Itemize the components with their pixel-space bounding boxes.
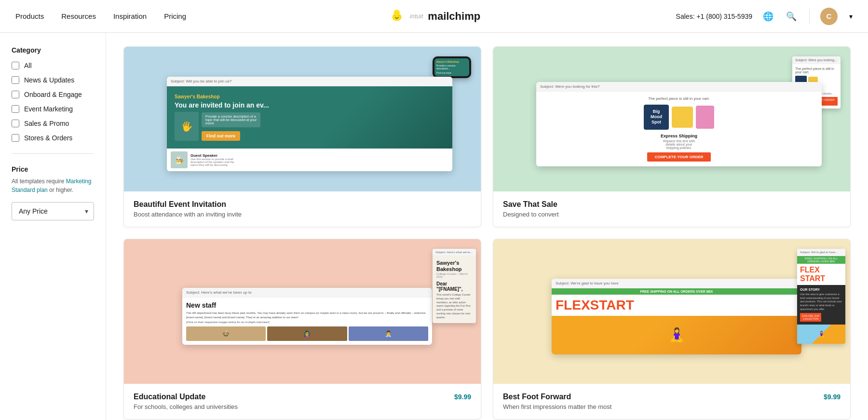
card-educational-update[interactable]: Subject: Here's what we've been up to Ne… — [123, 239, 481, 420]
sidebar: Category All News & Updates Onboard & En… — [0, 33, 106, 420]
category-list: All News & Updates Onboard & Engage Even… — [12, 62, 94, 142]
avatar: C — [820, 8, 838, 25]
checkbox-item-event[interactable]: Event Marketing — [12, 105, 94, 113]
checkbox-event[interactable] — [12, 105, 19, 113]
card-save-that-sale[interactable]: Subject: Were you looking for this? The … — [493, 46, 851, 227]
card-thumb-best-foot-forward: Subject: We're glad to have you here FRE… — [493, 239, 850, 384]
card-info-save-that-sale: Save That Sale Designed to convert — [493, 191, 850, 227]
checkbox-item-all[interactable]: All — [12, 62, 94, 69]
card2-subject: Subject: Were you looking for this? — [536, 82, 822, 92]
checkbox-stores[interactable] — [12, 134, 19, 142]
checkbox-onboard-label: Onboard & Engage — [24, 91, 82, 98]
mailchimp-icon — [388, 7, 406, 26]
card-desc-save-that-sale: Designed to convert — [503, 211, 841, 218]
nav-right: Sales: +1 (800) 315-5939 🌐 🔍 C ▾ — [676, 8, 853, 25]
card-title-educational-update: Educational Update $9.99 — [134, 393, 471, 401]
card-beautiful-event[interactable]: Subject: Will you be able to join us? Sa… — [123, 46, 481, 227]
nav-item-products[interactable]: Products — [15, 12, 44, 20]
checkbox-news[interactable] — [12, 76, 19, 84]
card-thumb-educational-update: Subject: Here's what we've been up to Ne… — [124, 239, 481, 384]
checkbox-sales[interactable] — [12, 120, 19, 127]
cards-grid: Subject: Will you be able to join us? Sa… — [123, 46, 851, 420]
main-layout: Category All News & Updates Onboard & En… — [0, 33, 868, 420]
checkbox-all[interactable] — [12, 62, 19, 69]
category-title: Category — [12, 46, 94, 54]
card-thumb-save-that-sale: Subject: Were you looking for this? The … — [493, 47, 850, 191]
card-info-best-foot-forward: Best Foot Forward $9.99 When first impre… — [493, 384, 850, 419]
find-out-more-btn[interactable]: Find out more — [202, 131, 240, 141]
checkbox-onboard[interactable] — [12, 91, 19, 98]
checkbox-stores-label: Stores & Orders — [24, 134, 72, 142]
nav-item-pricing[interactable]: Pricing — [164, 12, 186, 20]
nav-item-inspiration[interactable]: Inspiration — [113, 12, 147, 20]
card1-phone-overlay: Sawyer's Bakeshop Provide a concise desc… — [433, 56, 471, 78]
checkbox-news-label: News & Updates — [24, 76, 74, 84]
card4-subject: Subject: We're glad to have you here — [552, 279, 801, 288]
card3-subject: Subject: Here's what we've been up to — [182, 288, 432, 298]
logo-text: mailchimp — [428, 10, 480, 23]
checkbox-item-sales[interactable]: Sales & Promo — [12, 120, 94, 127]
card-info-educational-update: Educational Update $9.99 For schools, co… — [124, 384, 481, 419]
price-section: Price All templates require Marketing St… — [12, 165, 94, 220]
navigation: Products Resources Inspiration Pricing i… — [0, 0, 868, 33]
globe-icon[interactable]: 🌐 — [761, 9, 775, 24]
checkbox-item-news[interactable]: News & Updates — [12, 76, 94, 84]
nav-item-resources[interactable]: Resources — [61, 12, 96, 20]
logo[interactable]: intuit mailchimp — [388, 7, 480, 26]
card-title-best-foot-forward: Best Foot Forward $9.99 — [503, 393, 841, 401]
sales-phone: Sales: +1 (800) 315-5939 — [676, 13, 752, 20]
checkbox-all-label: All — [24, 62, 32, 69]
checkbox-event-label: Event Marketing — [24, 105, 73, 113]
card-title-beautiful-event: Beautiful Event Invitation — [134, 200, 471, 209]
card-thumb-beautiful-event: Subject: Will you be able to join us? Sa… — [124, 47, 481, 191]
card3-overlay: Subject: Here's what we've... Sawyer'sBa… — [433, 249, 476, 323]
checkbox-item-stores[interactable]: Stores & Orders — [12, 134, 94, 142]
chevron-down-icon: ▾ — [849, 13, 853, 20]
card-price-best-foot-forward: $9.99 — [824, 393, 841, 401]
user-menu-button[interactable]: ▾ — [846, 13, 853, 20]
card-info-beautiful-event: Beautiful Event Invitation Boost attenda… — [124, 191, 481, 227]
card-desc-best-foot-forward: When first impressions matter the most — [503, 403, 841, 410]
search-icon[interactable]: 🔍 — [784, 9, 799, 24]
price-select[interactable]: Any PriceFree$9.99 — [12, 202, 94, 220]
card4-overlay: Subject: We're glad to have... FREE SHIP… — [797, 249, 845, 344]
card-desc-beautiful-event: Boost attendance with an inviting invite — [134, 211, 471, 218]
price-select-wrapper: Any PriceFree$9.99 ▾ — [12, 202, 94, 220]
card-best-foot-forward[interactable]: Subject: We're glad to have you here FRE… — [493, 239, 851, 420]
card-price-educational-update: $9.99 — [454, 393, 471, 401]
checkbox-item-onboard[interactable]: Onboard & Engage — [12, 91, 94, 98]
checkbox-sales-label: Sales & Promo — [24, 120, 69, 127]
price-title: Price — [12, 165, 94, 173]
card-desc-educational-update: For schools, colleges and universities — [134, 403, 471, 410]
nav-left: Products Resources Inspiration Pricing — [15, 12, 186, 20]
content-area: Subject: Will you be able to join us? Sa… — [106, 33, 868, 420]
nav-divider — [809, 9, 810, 24]
price-note: All templates require Marketing Standard… — [12, 177, 94, 194]
card1-subject: Subject: Will you be able to join us? — [167, 77, 452, 86]
card-title-save-that-sale: Save That Sale — [503, 200, 841, 209]
sidebar-divider — [12, 153, 94, 154]
